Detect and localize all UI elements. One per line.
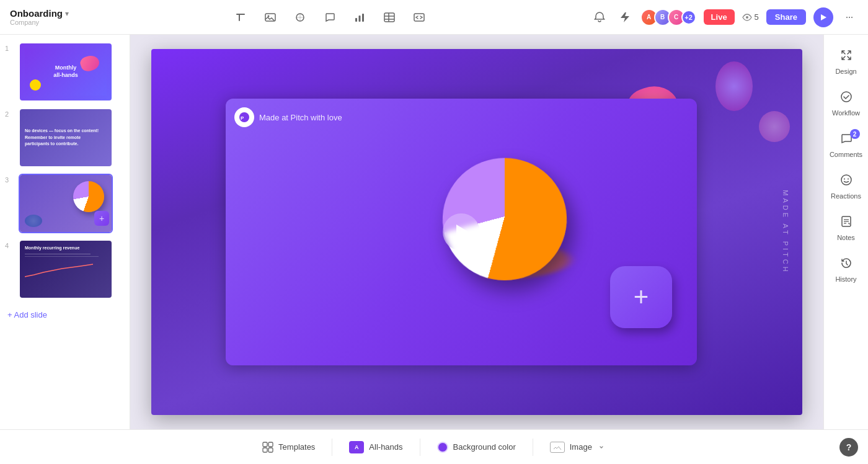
svg-rect-7 bbox=[362, 14, 364, 22]
embed-icon[interactable] bbox=[410, 9, 428, 26]
right-panel-reactions[interactable]: Reactions bbox=[826, 167, 866, 206]
plus-box: + bbox=[610, 266, 672, 328]
history-icon bbox=[839, 256, 853, 273]
table-icon[interactable] bbox=[381, 9, 398, 26]
add-slide-label: + Add slide bbox=[7, 310, 47, 319]
share-button[interactable]: Share bbox=[766, 9, 806, 25]
text-icon[interactable] bbox=[232, 9, 249, 26]
slide-item-4[interactable]: 4 Monthly recurring revenue bbox=[5, 239, 125, 299]
svg-point-3 bbox=[267, 15, 269, 17]
slide-item-2[interactable]: 2 No devices — focus on the content!Reme… bbox=[5, 108, 125, 167]
templates-label: Templates bbox=[278, 442, 315, 452]
video-play-icon bbox=[456, 225, 469, 239]
reactions-label: Reactions bbox=[831, 192, 861, 200]
slide-item-1[interactable]: 1 Monthlyall-hands bbox=[5, 42, 125, 102]
plus-icon: + bbox=[634, 284, 649, 310]
more-options-icon[interactable] bbox=[841, 9, 858, 26]
video-logo: P bbox=[234, 107, 254, 127]
video-header: P Made at Pitch with love bbox=[234, 107, 342, 127]
slide-number-1: 1 bbox=[5, 42, 14, 52]
toolbar-divider-2 bbox=[420, 439, 420, 456]
topbar-center bbox=[232, 9, 428, 26]
image-chevron-icon bbox=[597, 443, 606, 452]
lightning-icon[interactable] bbox=[616, 9, 633, 26]
comments-label: Comments bbox=[830, 151, 862, 158]
svg-rect-24 bbox=[263, 442, 267, 447]
help-button[interactable]: ? bbox=[839, 438, 858, 457]
slide-item-3[interactable]: 3 + bbox=[5, 174, 125, 233]
design-icon bbox=[839, 48, 853, 65]
slide-thumb-4[interactable]: Monthly recurring revenue bbox=[19, 239, 113, 299]
comments-badge: 2 bbox=[850, 129, 860, 139]
collaborator-avatars: A B C +2 bbox=[640, 9, 696, 26]
video-embed[interactable]: P Made at Pitch with love bbox=[226, 99, 697, 365]
right-panel-history[interactable]: History bbox=[826, 250, 866, 289]
svg-point-16 bbox=[841, 92, 851, 102]
comment-icon[interactable] bbox=[321, 9, 339, 26]
templates-icon bbox=[262, 442, 273, 453]
workflow-label: Workflow bbox=[832, 109, 860, 117]
right-panel-design[interactable]: Design bbox=[826, 42, 866, 81]
design-label: Design bbox=[835, 68, 856, 75]
allhands-button[interactable]: A All-hands bbox=[340, 435, 412, 459]
image-button[interactable]: Image bbox=[541, 436, 615, 458]
live-button[interactable]: Live bbox=[704, 9, 735, 25]
svg-rect-27 bbox=[268, 448, 273, 452]
right-panel-comments[interactable]: 2 Comments bbox=[826, 125, 866, 164]
svg-point-13 bbox=[746, 16, 748, 19]
svg-rect-25 bbox=[268, 442, 273, 447]
color-dot bbox=[437, 442, 448, 453]
notification-icon[interactable] bbox=[591, 9, 608, 26]
slide-number-4: 4 bbox=[5, 239, 14, 249]
topbar-left: Onboarding ▾ Company bbox=[10, 8, 69, 26]
templates-button[interactable]: Templates bbox=[253, 436, 324, 458]
video-tagline: Made at Pitch with love bbox=[259, 113, 342, 122]
topbar-right: A B C +2 Live 5 Share bbox=[591, 7, 858, 27]
title-group: Onboarding ▾ Company bbox=[10, 8, 69, 26]
allhands-icon: A bbox=[349, 441, 364, 453]
notes-icon bbox=[839, 215, 853, 231]
chart-icon[interactable] bbox=[351, 9, 368, 26]
slides-panel: 1 Monthlyall-hands 2 No devices — focus … bbox=[0, 35, 130, 429]
slide-1-title: Monthlyall-hands bbox=[53, 65, 78, 79]
blob-purple-right bbox=[759, 111, 790, 142]
views-count: 5 bbox=[742, 12, 759, 22]
vert-text-right: MADE AT PITCH bbox=[781, 190, 789, 274]
svg-point-19 bbox=[848, 179, 849, 180]
slide-canvas[interactable]: ANIMATED BACKGROUNDS MADE AT PITCH P Mad… bbox=[151, 49, 802, 415]
slide-thumb-2[interactable]: No devices — focus on the content!Rememb… bbox=[19, 108, 113, 167]
svg-rect-8 bbox=[384, 13, 394, 22]
allhands-label: All-hands bbox=[369, 442, 402, 452]
help-button-container: ? bbox=[839, 438, 858, 457]
toolbar-divider-3 bbox=[533, 439, 533, 456]
svg-text:P: P bbox=[241, 115, 244, 121]
add-slide-button[interactable]: + Add slide bbox=[5, 305, 125, 324]
svg-rect-6 bbox=[358, 16, 360, 22]
reactions-icon bbox=[839, 173, 853, 190]
svg-point-17 bbox=[841, 175, 851, 185]
toolbar-divider-1 bbox=[332, 439, 332, 456]
image-placeholder-icon bbox=[550, 442, 565, 453]
video-play-button[interactable] bbox=[443, 213, 480, 251]
slide-thumb-1[interactable]: Monthlyall-hands bbox=[19, 42, 113, 102]
chevron-icon[interactable]: ▾ bbox=[65, 9, 69, 18]
slide-4-title: Monthly recurring revenue bbox=[25, 246, 107, 250]
right-panel-workflow[interactable]: Workflow bbox=[826, 84, 866, 123]
slide-2-text: No devices — focus on the content!Rememb… bbox=[25, 128, 107, 148]
svg-rect-1 bbox=[239, 14, 240, 21]
bg-color-label: Background color bbox=[453, 442, 516, 452]
image-icon[interactable] bbox=[262, 9, 279, 26]
shape-icon[interactable] bbox=[291, 9, 309, 26]
views-number: 5 bbox=[755, 12, 759, 22]
bottom-toolbar: Templates A All-hands Background color I… bbox=[0, 429, 868, 464]
svg-point-18 bbox=[844, 179, 845, 180]
svg-rect-5 bbox=[355, 18, 357, 22]
background-color-button[interactable]: Background color bbox=[428, 436, 525, 458]
slide-thumb-3[interactable]: + bbox=[19, 174, 113, 233]
right-panel: Design Workflow 2 Comments Reactions bbox=[823, 35, 868, 429]
slide-number-3: 3 bbox=[5, 174, 14, 184]
play-button[interactable] bbox=[813, 7, 833, 27]
right-panel-notes[interactable]: Notes bbox=[826, 208, 866, 248]
canvas-area: ANIMATED BACKGROUNDS MADE AT PITCH P Mad… bbox=[130, 35, 823, 429]
app-title: Onboarding bbox=[10, 8, 63, 19]
